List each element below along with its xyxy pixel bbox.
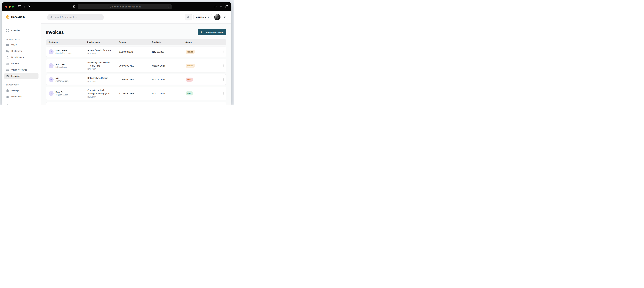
table-row[interactable]: MP MP mp@email.com Data Analysis Report …	[46, 74, 226, 85]
url-bar[interactable]: Search or enter website name	[78, 4, 172, 9]
api-docs-label: API Docs	[196, 16, 206, 18]
browser-chrome: Search or enter website name	[2, 2, 231, 11]
sidebar-item-label: Beneficiaries	[11, 56, 24, 58]
table-row[interactable]: JC Jon Chad jc@email.com Marketing Consu…	[46, 59, 226, 72]
sidebar-item-label: FX Hub	[11, 62, 19, 65]
invoice-cell: Consultation Call -Strategy Planning (2 …	[88, 89, 119, 98]
sidebar-toggle-icon[interactable]	[18, 5, 21, 8]
column-header-amount: Amount	[119, 41, 152, 43]
privacy-shield-icon[interactable]	[73, 5, 75, 8]
sidebar-item-api-keys[interactable]: APIkeys	[4, 87, 38, 94]
customer-name: Kamz Tech	[56, 49, 72, 52]
brand: HoneyCoin	[2, 11, 40, 24]
plus-icon: +	[200, 31, 202, 34]
url-placeholder: Search or enter website name	[112, 6, 141, 8]
close-window-button[interactable]	[5, 6, 7, 8]
status-badge: Issued	[186, 64, 195, 68]
column-header-customer: Customer	[48, 41, 87, 43]
home-icon	[6, 89, 9, 92]
notifications-button[interactable]	[185, 14, 192, 20]
sidebar-item-partial[interactable]	[4, 102, 38, 104]
chevron-down-icon[interactable]	[224, 16, 226, 18]
main-area: API Docs	[41, 11, 231, 104]
bridge-icon	[6, 62, 9, 65]
customer-email: domain@ktech.com	[56, 52, 72, 54]
customer-cell: MP MP mp@email.com	[49, 77, 88, 82]
customers-icon	[6, 50, 9, 52]
invoice-name-line2: - Hourly Rate	[88, 64, 119, 68]
back-icon[interactable]	[24, 5, 26, 8]
invoice-name: Annual Domain Renewal	[88, 49, 111, 52]
invoice-document-icon	[6, 75, 9, 78]
invoice-due-date: Oct 20, 2024	[152, 64, 186, 67]
column-header-invoice-name: Invoice Name	[87, 41, 119, 43]
desktop-background: Search or enter website name	[0, 0, 234, 104]
person-icon	[6, 56, 9, 59]
share-icon[interactable]	[215, 5, 217, 8]
table-row[interactable]: EK Kamz Tech domain@ktech.com Annual Dom…	[46, 46, 226, 57]
customer-email: mp@email.com	[56, 80, 68, 82]
grid-icon	[6, 29, 9, 32]
search-input[interactable]	[54, 16, 101, 18]
search-icon	[50, 16, 52, 18]
invoice-due-date: Nov 03, 2024	[152, 50, 186, 53]
create-invoice-button[interactable]: + Create New Invoice	[198, 29, 226, 35]
wallet-icon	[6, 44, 9, 46]
invoice-name: Data Analysis Report	[88, 77, 108, 79]
sidebar-item-label: Overview	[11, 29, 20, 32]
sidebar-item-beneficiaries[interactable]: Beneficiaries	[4, 54, 38, 60]
invoice-code: HCI12007	[88, 80, 119, 82]
forward-icon[interactable]	[28, 5, 30, 8]
page-header: Invoices + Create New Invoice	[46, 29, 226, 35]
invoice-amount: 32,700.50 KES	[119, 92, 152, 95]
column-header-due-date: Due Date	[152, 41, 186, 43]
honeycoin-logo-icon	[6, 15, 10, 19]
customer-name: MP	[56, 77, 68, 80]
app-frame: HoneyCoin Overview SECTION TITLE	[2, 11, 231, 104]
reload-icon[interactable]	[168, 5, 170, 8]
transactions-search[interactable]	[47, 14, 104, 20]
invoice-due-date: Oct 17, 2024	[152, 92, 186, 95]
sidebar-item-webhooks[interactable]: Webhooks	[4, 94, 38, 100]
link-icon	[207, 16, 210, 18]
customer-cell: EK Kamz Tech domain@ktech.com	[49, 49, 88, 54]
new-tab-icon[interactable]	[220, 5, 222, 8]
sidebar-item-wallet[interactable]: Wallet	[4, 42, 38, 48]
customer-name: Dom J.	[56, 91, 68, 93]
bell-icon	[187, 16, 190, 19]
row-menu-kebab-icon[interactable]	[221, 63, 225, 68]
row-menu-kebab-icon[interactable]	[221, 77, 225, 82]
user-avatar[interactable]	[214, 14, 220, 20]
sidebar-item-label: Webhooks	[11, 96, 22, 98]
fullscreen-window-button[interactable]	[12, 6, 14, 8]
customer-cell: DJ Dom J. doj@email.com	[49, 91, 88, 96]
sidebar-item-invoices[interactable]: Invoices	[4, 73, 38, 79]
customer-avatar: MP	[49, 77, 54, 82]
sidebar-item-customers[interactable]: Customers	[4, 48, 38, 54]
home-icon	[6, 95, 9, 98]
api-docs-button[interactable]: API Docs	[194, 14, 212, 20]
sidebar-item-overview[interactable]: Overview	[4, 27, 38, 34]
tab-overview-icon[interactable]	[225, 5, 228, 8]
sidebar-item-fx-hub[interactable]: FX Hub	[4, 60, 38, 67]
sidebar-item-label: Invoices	[11, 75, 20, 77]
invoice-amount: 1,600.60 KES	[119, 50, 152, 53]
customer-avatar: JC	[49, 63, 54, 68]
invoice-amount: 30,500.00 KES	[119, 64, 152, 67]
row-menu-kebab-icon[interactable]	[221, 49, 225, 54]
invoice-amount: 23,690.00 KES	[119, 78, 152, 81]
row-menu-kebab-icon[interactable]	[221, 91, 225, 96]
status-badge: Issued	[186, 50, 195, 54]
status-badge: Paid	[186, 92, 193, 96]
minimize-window-button[interactable]	[9, 6, 10, 8]
topbar-actions: API Docs	[185, 14, 226, 20]
invoice-cell: Data Analysis Report HCI12007	[88, 76, 119, 82]
invoice-name-line2: Strategy Planning (2 hrs)	[88, 92, 119, 95]
topbar: API Docs	[41, 11, 231, 24]
table-row[interactable]: DJ Dom J. doj@email.com Consultation Cal…	[46, 87, 226, 100]
invoice-due-date: Oct 18, 2024	[152, 78, 186, 81]
table-row-partial[interactable]	[46, 102, 226, 104]
invoice-code: HCI12007	[88, 96, 119, 98]
invoice-name: Marketing Consultation	[88, 61, 110, 64]
sidebar-item-virtual-accounts[interactable]: Virtual Accounts	[4, 67, 38, 73]
